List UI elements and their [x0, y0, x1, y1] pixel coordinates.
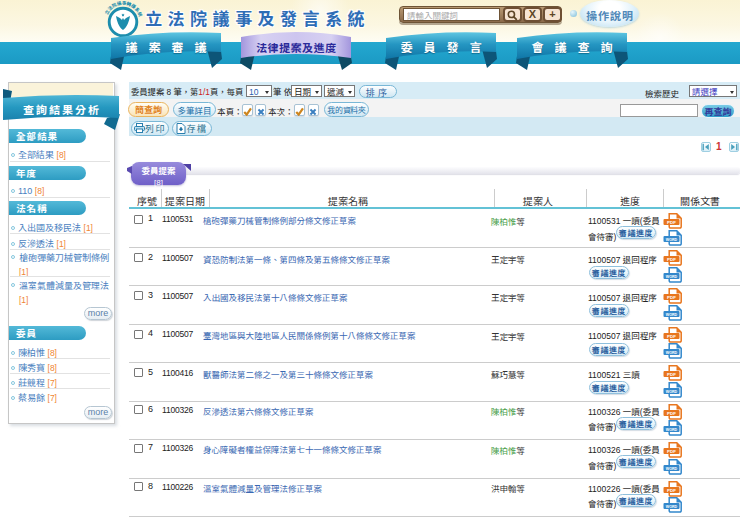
svg-text:WORD: WORD: [666, 428, 678, 432]
svg-text:PDF: PDF: [667, 334, 676, 339]
svg-text:PDF: PDF: [667, 257, 676, 262]
svg-text:WORD: WORD: [666, 351, 678, 355]
svg-text:PDF: PDF: [667, 295, 676, 300]
svg-text:PDF: PDF: [667, 372, 676, 377]
svg-text:WORD: WORD: [666, 313, 678, 317]
svg-text:WORD: WORD: [666, 466, 678, 470]
svg-text:PDF: PDF: [667, 449, 676, 454]
svg-text:WORD: WORD: [666, 505, 678, 509]
svg-text:PDF: PDF: [667, 220, 676, 225]
svg-text:WORD: WORD: [666, 390, 678, 394]
svg-text:WORD: WORD: [666, 237, 678, 241]
svg-text:PDF: PDF: [667, 410, 676, 415]
svg-text:PDF: PDF: [667, 487, 676, 492]
svg-text:WORD: WORD: [666, 274, 678, 278]
